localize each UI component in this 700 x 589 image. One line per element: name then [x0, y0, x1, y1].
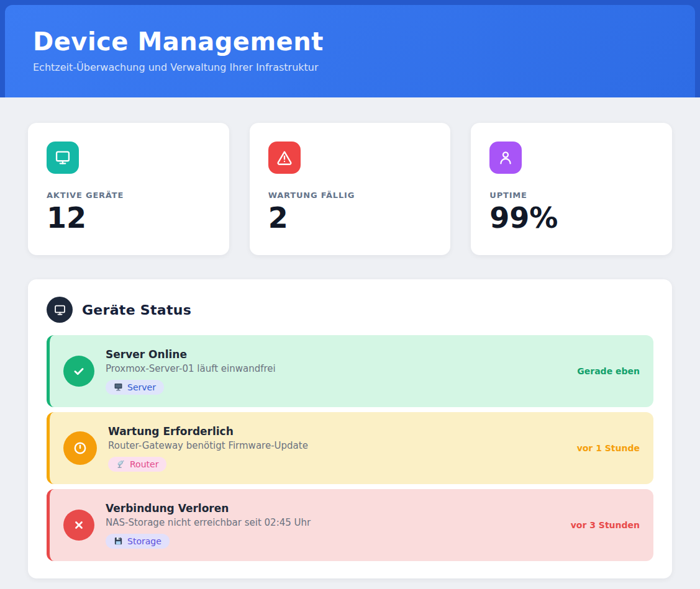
status-item-server-online: Server Online Proxmox-Server-01 läuft ei…: [47, 335, 653, 407]
clock-icon: [63, 431, 97, 465]
monitor-icon: [47, 142, 79, 174]
status-timestamp: vor 1 Stunde: [570, 443, 640, 453]
status-body: Wartung Erforderlich Router-Gateway benö…: [108, 425, 308, 472]
stats-row: AKTIVE GERÄTE 12 WARTUNG FÄLLIG 2 U: [28, 123, 672, 255]
user-icon: [489, 142, 522, 174]
status-timestamp: Gerade eben: [570, 366, 640, 376]
status-body: Verbindung Verloren NAS-Storage nicht er…: [106, 502, 311, 549]
status-timestamp: vor 3 Stunden: [563, 520, 640, 530]
page-subtitle: Echtzeit-Überwachung und Verwaltung Ihre…: [33, 61, 667, 73]
section-header: Geräte Status: [47, 297, 653, 323]
stat-card-maintenance-due: WARTUNG FÄLLIG 2: [250, 123, 451, 255]
stat-card-active-devices: AKTIVE GERÄTE 12: [28, 123, 229, 255]
page-title: Device Management: [33, 27, 667, 56]
check-icon: [63, 356, 94, 387]
status-title: Verbindung Verloren: [106, 502, 229, 515]
stat-value: 99%: [489, 202, 653, 235]
badge-label: Storage: [127, 536, 161, 546]
monitor-icon: [47, 297, 73, 323]
status-item-maintenance-required: Wartung Erforderlich Router-Gateway benö…: [47, 412, 653, 484]
status-item-connection-lost: Verbindung Verloren NAS-Storage nicht er…: [47, 489, 653, 561]
section-title: Geräte Status: [82, 302, 191, 318]
device-type-badge: Server: [106, 380, 164, 395]
status-body: Server Online Proxmox-Server-01 läuft ei…: [106, 348, 276, 395]
stat-card-uptime: UPTIME 99%: [471, 123, 672, 255]
status-list: Server Online Proxmox-Server-01 läuft ei…: [47, 335, 653, 561]
satellite-dish-icon: [116, 459, 125, 469]
x-icon: [63, 510, 94, 541]
device-type-badge: Router: [108, 457, 166, 472]
badge-label: Server: [127, 382, 156, 392]
stat-label: WARTUNG FÄLLIG: [268, 191, 432, 200]
stat-label: UPTIME: [489, 191, 653, 200]
warning-triangle-icon: [268, 142, 301, 174]
floppy-disk-icon: [114, 536, 123, 546]
status-description: Proxmox-Server-01 läuft einwandfrei: [106, 363, 276, 374]
stat-value: 12: [47, 202, 211, 235]
device-type-badge: Storage: [106, 534, 170, 549]
main-content: AKTIVE GERÄTE 12 WARTUNG FÄLLIG 2 U: [0, 97, 700, 589]
status-title: Wartung Erforderlich: [108, 425, 234, 438]
app-header: Device Management Echtzeit-Überwachung u…: [5, 5, 695, 97]
status-description: NAS-Storage nicht erreichbar seit 02:45 …: [106, 517, 311, 528]
stat-label: AKTIVE GERÄTE: [47, 191, 211, 200]
stat-value: 2: [268, 202, 432, 235]
status-title: Server Online: [106, 348, 187, 361]
status-description: Router-Gateway benötigt Firmware-Update: [108, 440, 308, 451]
device-status-card: Geräte Status Server Online Proxmox-Serv…: [28, 279, 672, 578]
server-monitor-icon: [114, 382, 123, 392]
badge-label: Router: [130, 459, 158, 469]
